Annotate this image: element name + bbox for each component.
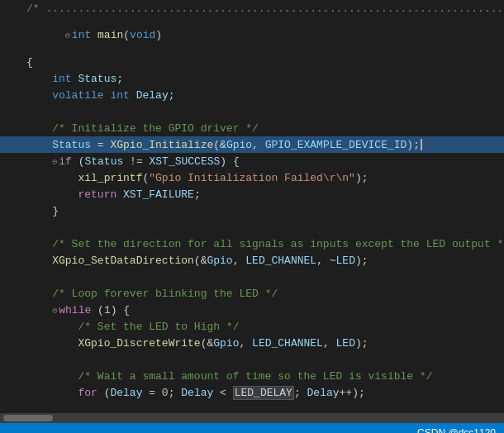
- code-line: volatile int Delay;: [0, 87, 504, 103]
- code-line: }: [0, 202, 504, 219]
- code-line: ⊖while (1) {: [0, 302, 504, 318]
- code-line: /* Initialize the GPIO driver */: [0, 120, 504, 136]
- statusbar: CSDN @dcc1120: [0, 423, 504, 433]
- code-line-highlighted: Status = XGpio_Initialize(&Gpio, GPIO_EX…: [0, 136, 504, 153]
- code-editor: /* .....................................…: [0, 0, 504, 413]
- code-line: xil_printf("Gpio Initialization Failed\r…: [0, 169, 504, 186]
- code-line: /* Set the LED to High */: [0, 318, 504, 335]
- code-line: [0, 219, 504, 236]
- code-line: [0, 351, 504, 368]
- code-line: ⊖if (Status != XST_SUCCESS) {: [0, 153, 504, 169]
- code-line: XGpio_DiscreteWrite(&Gpio, LED_CHANNEL, …: [0, 335, 504, 351]
- code-line: XGpio_SetDataDirection(&Gpio, LED_CHANNE…: [0, 252, 504, 269]
- statusbar-text: CSDN @dcc1120: [417, 427, 496, 433]
- code-line: [0, 401, 504, 413]
- code-line: {: [0, 54, 504, 70]
- code-line: /* Wait a small amount of time so the LE…: [0, 368, 504, 384]
- scrollbar-thumb[interactable]: [3, 415, 53, 421]
- code-line: /* Set the direction for all signals as …: [0, 236, 504, 252]
- code-line: ⊖int main(void): [0, 17, 504, 54]
- code-line: /* .....................................…: [0, 0, 504, 17]
- code-line: int Status;: [0, 70, 504, 87]
- horizontal-scrollbar[interactable]: [0, 413, 504, 423]
- code-line-for1: for (Delay = 0; Delay < LED_DELAY; Delay…: [0, 384, 504, 401]
- code-line: [0, 269, 504, 285]
- code-line: return XST_FAILURE;: [0, 186, 504, 202]
- code-line: /* Loop forever blinking the LED */: [0, 285, 504, 302]
- code-line: [0, 103, 504, 120]
